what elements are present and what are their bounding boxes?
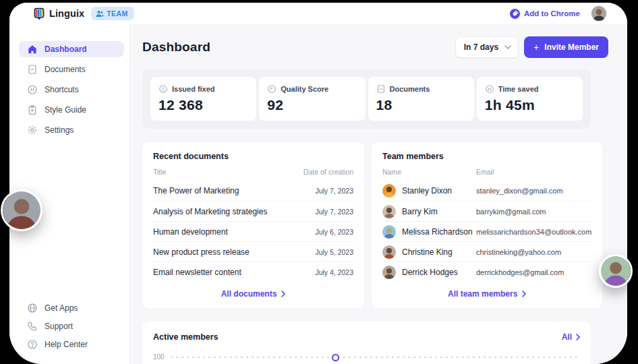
- document-row[interactable]: Email newsletter content July 4, 2023: [153, 262, 353, 282]
- sidebar-item-shortcuts[interactable]: Shortcuts: [19, 82, 124, 98]
- active-members-title: Active members: [153, 332, 219, 342]
- document-date: July 7, 2023: [315, 187, 353, 195]
- all-team-members-label: All team members: [448, 289, 517, 299]
- recent-documents-title: Recent documents: [153, 152, 353, 161]
- sidebar-item-style-guide[interactable]: Style Guide: [19, 102, 124, 118]
- team-badge[interactable]: TEAM: [91, 7, 134, 20]
- plus-icon: +: [533, 42, 539, 52]
- member-avatar: [382, 205, 396, 218]
- document-title: Email newsletter content: [153, 268, 315, 277]
- all-documents-link[interactable]: All documents: [153, 289, 353, 301]
- member-email: melissarichardson34@outlook.com: [476, 228, 591, 236]
- slashes-icon: [485, 84, 494, 94]
- document-title: The Power of Marketing: [153, 186, 315, 195]
- sidebar-item-settings[interactable]: Settings: [19, 122, 124, 138]
- document-date: July 7, 2023: [315, 208, 353, 216]
- app-window: Linguix TEAM: [9, 3, 627, 364]
- period-filter-value: In 7 days: [464, 42, 498, 52]
- member-avatar: [382, 225, 396, 239]
- document-date: July 4, 2023: [315, 268, 353, 276]
- home-icon: [27, 44, 38, 55]
- invite-member-label: Invite Member: [544, 42, 599, 52]
- recent-documents-panel: Recent documents Title Date of creation …: [142, 142, 364, 308]
- sidebar-item-label: Dashboard: [45, 44, 87, 54]
- team-members-header: Name Email: [382, 168, 591, 181]
- team-badge-label: TEAM: [107, 9, 127, 18]
- document-row[interactable]: Analysis of Marketing strategies July 7,…: [153, 201, 353, 221]
- chevron-right-icon: [281, 291, 285, 297]
- active-members-all-link[interactable]: All: [562, 332, 580, 342]
- linguix-logo[interactable]: Linguix: [34, 7, 84, 20]
- member-row[interactable]: Derrick Hodges derrickhodges@gmail.com: [382, 262, 591, 282]
- member-email: christineking@yahoo.com: [476, 248, 561, 256]
- linguix-logo-icon: [34, 7, 45, 20]
- floating-avatar-right: [599, 254, 633, 288]
- stat-label: Documents: [390, 85, 430, 93]
- team-people-icon: [96, 10, 104, 18]
- sidebar-item-get-apps[interactable]: Get Apps: [19, 300, 124, 316]
- document-title: New product press release: [153, 247, 315, 257]
- sidebar-item-support[interactable]: Support: [19, 318, 124, 334]
- all-link-label: All: [562, 332, 572, 342]
- document-date: July 5, 2023: [315, 248, 353, 256]
- stat-value: 1h 45m: [485, 97, 575, 113]
- sidebar-item-documents[interactable]: Documents: [19, 61, 124, 78]
- topbar: Linguix TEAM: [9, 3, 627, 24]
- member-row[interactable]: Christine King christineking@yahoo.com: [382, 241, 591, 262]
- stat-value: 12 368: [158, 97, 248, 113]
- member-name: Barry Kim: [402, 207, 438, 216]
- sidebar-item-label: Support: [45, 322, 73, 331]
- document-row[interactable]: New product press release July 5, 2023: [153, 241, 353, 262]
- sidebar-footer: Get Apps Support: [9, 298, 129, 364]
- document-row[interactable]: Human development July 6, 2023: [153, 221, 353, 241]
- invite-member-button[interactable]: + Invite Member: [524, 36, 608, 58]
- member-row[interactable]: Melissa Richardson melissarichardson34@o…: [382, 221, 591, 241]
- stat-label: Time saved: [498, 85, 539, 93]
- y-axis-label: 100: [153, 353, 165, 361]
- main-content: Dashboard In 7 days + Invite Member: [130, 24, 627, 364]
- column-email: Email: [476, 168, 494, 176]
- sidebar-item-label: Get Apps: [45, 303, 78, 313]
- member-name: Derrick Hodges: [402, 268, 458, 277]
- column-title: Title: [153, 168, 303, 176]
- member-name: Stanley Dixon: [402, 186, 452, 195]
- active-members-panel: Active members All 100: [142, 322, 591, 364]
- all-team-members-link[interactable]: All team members: [382, 289, 591, 301]
- sidebar-item-label: Settings: [45, 125, 74, 135]
- globe-icon: [27, 303, 38, 313]
- chevron-down-icon: [504, 45, 511, 49]
- member-row[interactable]: Barry Kim barrykim@gmail.com: [382, 201, 591, 221]
- phone-icon: [27, 321, 38, 332]
- page-title: Dashboard: [142, 40, 210, 55]
- active-members-chart: 100: [153, 353, 580, 361]
- document-title: Human development: [153, 227, 315, 237]
- period-filter-dropdown[interactable]: In 7 days: [455, 36, 519, 58]
- document-title: Analysis of Marketing strategies: [153, 207, 315, 216]
- question-icon: [27, 339, 38, 350]
- stats-strip: Issued fixed 12 368 Quality Score 92: [142, 69, 591, 129]
- stat-value: 92: [267, 97, 357, 113]
- sidebar-item-dashboard[interactable]: Dashboard: [19, 41, 124, 57]
- brand-name: Linguix: [49, 8, 84, 19]
- gear-icon: [27, 125, 38, 135]
- document-date: July 6, 2023: [315, 228, 353, 236]
- document-row[interactable]: The Power of Marketing July 7, 2023: [153, 181, 353, 201]
- member-name: Melissa Richardson: [402, 227, 473, 237]
- member-email: derrickhodges@gmail.com: [476, 268, 564, 276]
- member-row[interactable]: Stanley Dixon stanley_dixon@gmail.com: [382, 181, 591, 201]
- user-avatar[interactable]: [591, 5, 607, 22]
- floating-avatar-left: [1, 189, 42, 231]
- document-icon: [376, 84, 386, 94]
- chart-point-marker: [332, 354, 339, 361]
- stat-card-issued-fixed: Issued fixed 12 368: [150, 77, 256, 121]
- recent-documents-header: Title Date of creation: [153, 168, 353, 181]
- stat-label: Issued fixed: [172, 85, 215, 93]
- sidebar-item-help-center[interactable]: Help Center: [19, 336, 124, 353]
- all-documents-label: All documents: [221, 289, 277, 299]
- add-to-chrome-link[interactable]: Add to Chrome: [510, 9, 580, 19]
- alert-circle-icon: [158, 84, 168, 94]
- member-email: barrykim@gmail.com: [476, 208, 546, 216]
- team-members-title: Team members: [382, 152, 591, 161]
- chrome-icon: [510, 9, 520, 19]
- stat-card-quality-score: Quality Score 92: [259, 77, 365, 121]
